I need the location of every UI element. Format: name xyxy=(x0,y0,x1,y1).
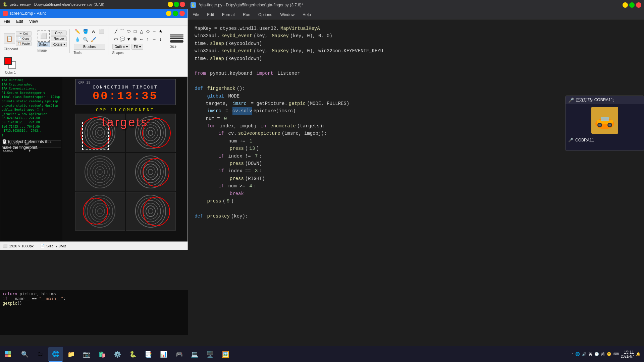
menu-file[interactable]: File xyxy=(2,18,11,24)
fill-btn[interactable]: Fill ▾ xyxy=(131,44,143,50)
fp-cell-3 xyxy=(75,153,125,191)
red-circle-5 xyxy=(83,198,108,225)
editor-close-btn[interactable] xyxy=(636,2,641,8)
svg-rect-43 xyxy=(601,117,609,121)
countdown-timer: 00:13:35 xyxy=(77,89,174,103)
getscreen-title: getscreen.py - D:\py\gta5fingerhelper\ge… xyxy=(10,2,104,6)
taskbar-photos[interactable]: 🖼️ xyxy=(218,347,233,362)
editor-menu-help[interactable]: Help xyxy=(301,12,312,18)
connection-timeout-text: CONNECTION TIMEOUT xyxy=(77,84,174,89)
size-lines xyxy=(170,34,183,43)
paint-close-btn[interactable] xyxy=(179,11,185,16)
paint-maximize-btn[interactable] xyxy=(173,11,178,16)
editor-menu-window[interactable]: Window xyxy=(279,12,296,18)
chat-avatar xyxy=(591,107,618,134)
tray-up-arrow[interactable]: ^ xyxy=(572,352,573,356)
code-line-if2: if index != 7: xyxy=(195,153,637,160)
code-line-4: win32api.keybd_event(key, MapKey(key, 0)… xyxy=(195,47,637,55)
editor-menubar: File Edit Format Run Options Window Help xyxy=(188,10,644,19)
taskbar-ppt[interactable]: 📊 xyxy=(156,347,171,362)
editor-minimize-btn[interactable] xyxy=(623,2,628,8)
tray-volume[interactable]: 🔊 xyxy=(582,352,587,356)
taskbar-vscode[interactable]: 💻 xyxy=(187,347,202,362)
start-button[interactable] xyxy=(0,346,16,362)
taskbar-python[interactable]: 🐍 xyxy=(125,347,140,362)
connection-timeout-box: CPP-38 CONNECTION TIMEOUT 00:13:35 xyxy=(75,79,176,105)
windows-logo-icon xyxy=(5,351,11,358)
resize-btn[interactable]: Resize xyxy=(51,36,66,41)
taskbar-camera[interactable]: 📷 xyxy=(79,347,94,362)
menu-view[interactable]: View xyxy=(28,18,39,24)
tray-ime2[interactable]: 简 xyxy=(601,352,605,357)
menu-edit[interactable]: Edit xyxy=(15,18,24,24)
pencil-tool[interactable]: ✏️ xyxy=(74,28,81,35)
magnify-tool[interactable]: 🔍 xyxy=(82,36,89,43)
editor-menu-edit[interactable]: Edit xyxy=(206,12,215,18)
chat-panel: 🎤 正在讲话: COBRA11; 🎤 COBRA11 xyxy=(565,96,644,151)
brush-tool[interactable]: 🖌️ xyxy=(90,36,97,43)
tray-emoji[interactable]: 😊 xyxy=(607,352,611,356)
code-blank-1 xyxy=(195,62,637,70)
red-circle-6 xyxy=(143,197,170,226)
taskbar-explorer[interactable]: 📁 xyxy=(64,347,78,362)
editor-menu-options[interactable]: Options xyxy=(257,12,273,18)
select-btn[interactable]: Select xyxy=(38,42,50,47)
tools-row1: ✏️ 🪣 A ⬜ xyxy=(74,28,105,35)
color-section: Color 1 xyxy=(2,57,19,75)
minimize-btn[interactable] xyxy=(168,2,173,7)
svg-point-14 xyxy=(90,161,110,183)
resolution-text: 644 × 362px xyxy=(9,244,34,248)
tray-keyboard[interactable]: ⌨ xyxy=(613,352,619,356)
editor-menu-run[interactable]: Run xyxy=(241,12,252,18)
taskbar-edge[interactable]: 🌐 xyxy=(48,347,63,362)
editor-menu-file[interactable]: File xyxy=(191,12,200,18)
crop-btn[interactable]: Crop xyxy=(51,31,66,36)
tools-label: Tools xyxy=(74,51,105,55)
close-btn[interactable] xyxy=(180,2,185,7)
eraser-tool[interactable]: ⬜ xyxy=(98,28,105,35)
taskbar-settings[interactable]: ⚙️ xyxy=(110,347,125,362)
copy-btn[interactable]: 📄 Copy xyxy=(16,36,32,41)
targets-label: targets xyxy=(102,115,148,129)
svg-point-15 xyxy=(93,164,107,180)
tray-notification[interactable]: 🔔 xyxy=(636,352,641,356)
taskbar-store[interactable]: 🛍️ xyxy=(95,347,109,362)
taskbar-time-display[interactable]: 15:11 2021/4/7 xyxy=(621,350,634,358)
editor-icon: 🐍 xyxy=(191,2,196,8)
paste-btn2[interactable]: 📋 Paste xyxy=(16,41,32,46)
cut-btn[interactable]: ✂ Cut xyxy=(16,31,32,36)
red-circle-4 xyxy=(143,158,169,187)
file-icon: 📄 xyxy=(40,244,45,248)
editor-maximize-btn[interactable] xyxy=(629,2,635,8)
brushes-btn[interactable]: Brushes xyxy=(74,44,105,50)
color-swatch[interactable] xyxy=(4,57,12,65)
fp-svg-3 xyxy=(80,154,120,190)
tray-clock[interactable]: 🕐 xyxy=(594,352,599,356)
taskbar-terminal[interactable]: 🖥️ xyxy=(203,347,217,362)
taskbar-taskview[interactable]: 🗂 xyxy=(33,347,48,362)
paint-minimize-btn[interactable] xyxy=(166,11,171,16)
editor-menu-format[interactable]: Format xyxy=(221,12,236,18)
svg-point-40 xyxy=(598,124,601,126)
svg-rect-45 xyxy=(8,351,11,354)
shapes-label: Shapes xyxy=(112,51,163,55)
paste-btn[interactable]: 📋 xyxy=(4,33,15,44)
fill-tool[interactable]: 🪣 xyxy=(82,28,89,35)
clipboard-section: 📋 ✂ Cut 📄 Copy 📋 Paste Clipboard xyxy=(2,31,34,52)
status-icon: ⬜ xyxy=(3,244,8,248)
tray-ime[interactable]: 英 xyxy=(589,352,592,357)
outline-btn[interactable]: Outline ▾ xyxy=(112,44,130,50)
rotate-btn[interactable]: Rotate ▾ xyxy=(51,42,66,47)
arrow-down-tool[interactable]: ↓ xyxy=(157,35,164,43)
maximize-btn[interactable] xyxy=(174,2,179,7)
taskbar-search[interactable]: 🔍 xyxy=(17,347,32,362)
taskbar-steam[interactable]: 🎮 xyxy=(172,347,186,362)
color-picker-tool[interactable]: 💧 xyxy=(74,36,81,43)
star-tool[interactable]: ★ xyxy=(157,27,164,35)
taskbar-pdf[interactable]: 📑 xyxy=(141,347,156,362)
tray-network[interactable]: 🌐 xyxy=(575,352,580,356)
text-tool[interactable]: A xyxy=(90,28,97,35)
taskbar: 🔍 🗂 🌐 📁 📷 🛍️ ⚙️ 🐍 📑 📊 🎮 xyxy=(0,346,644,362)
paint-title: screen1.bmp - Paint xyxy=(10,11,46,16)
fingerprint-sidebar: IAA.Runtime;IAA.Cryptography;IAA.Communi… xyxy=(0,77,62,241)
